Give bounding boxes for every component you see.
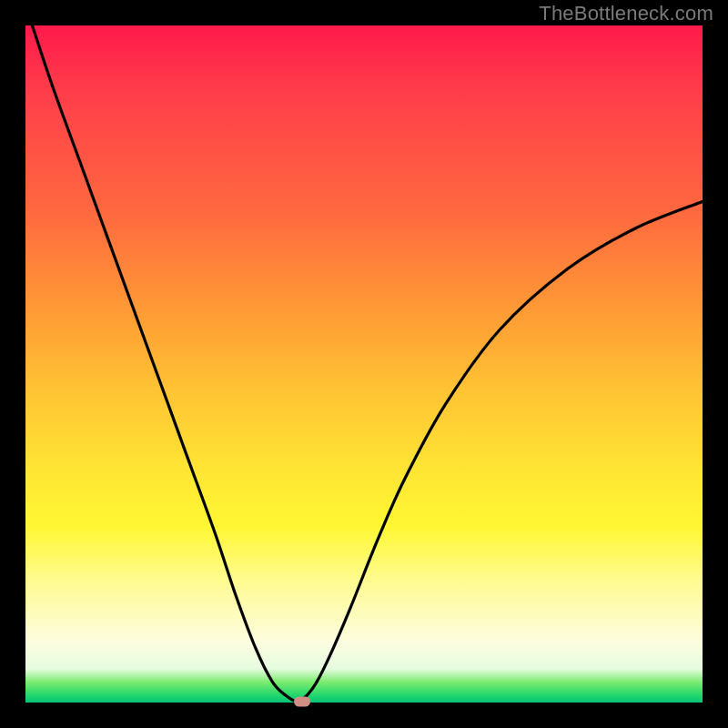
watermark-text: TheBottleneck.com	[539, 2, 713, 25]
outer-frame: TheBottleneck.com	[0, 0, 728, 728]
optimum-marker	[294, 696, 310, 706]
bottleneck-curve	[25, 25, 703, 703]
plot-area	[25, 25, 703, 703]
